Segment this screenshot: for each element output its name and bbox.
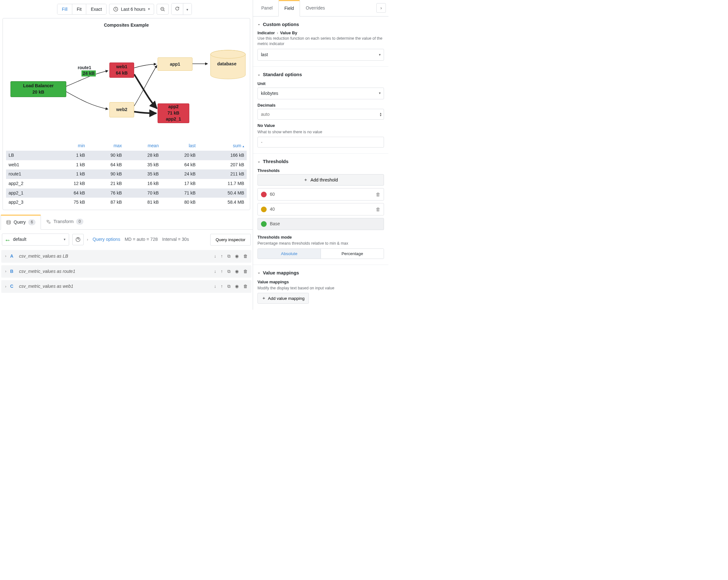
table-row[interactable]: LB1 kB90 kB28 kB20 kB166 kB [6, 151, 247, 160]
th-min[interactable]: min [51, 141, 87, 151]
delete-query-button[interactable]: 🗑 [243, 269, 248, 275]
delete-query-button[interactable]: 🗑 [243, 283, 248, 290]
threshold-color-swatch[interactable] [261, 206, 267, 212]
tab-transform[interactable]: Transform 0 [41, 215, 88, 230]
node-app2[interactable]: app2 71 kB app2_1 [158, 103, 189, 123]
table-header-row: min max mean last sum▴ [6, 141, 247, 151]
node-load-balancer[interactable]: Load Balancer 20 kB [10, 81, 66, 97]
toggle-visibility-button[interactable]: ◉ [235, 269, 239, 275]
move-up-button[interactable]: ↑ [221, 269, 223, 275]
move-up-button[interactable]: ↑ [221, 253, 223, 259]
table-cell: 12 kB [51, 179, 87, 188]
collapse-side-button[interactable]: › [376, 3, 386, 13]
threshold-color-swatch[interactable] [261, 192, 267, 197]
datasource-help-button[interactable] [72, 234, 84, 245]
duplicate-button[interactable]: ⧉ [227, 269, 231, 275]
expand-query-toggle[interactable]: › [5, 253, 6, 259]
section-toggle[interactable]: ⌄ Thresholds [257, 158, 384, 165]
node-web2[interactable]: web2 [109, 102, 134, 118]
table-cell: app2_3 [6, 198, 51, 207]
table-row[interactable]: app2_212 kB21 kB16 kB17 kB11.7 MB [6, 179, 247, 188]
table-cell: app2_1 [6, 188, 51, 198]
fit-fit[interactable]: Fit [72, 4, 86, 14]
th-sum[interactable]: sum▴ [198, 141, 247, 151]
query-options-md: MD = auto = 728 [125, 236, 158, 243]
value-by-select[interactable]: last [257, 49, 384, 61]
th-mean[interactable]: mean [124, 141, 161, 151]
node-label: web1 [116, 64, 127, 70]
toggle-visibility-button[interactable]: ◉ [235, 283, 239, 290]
table-cell: 16 kB [124, 179, 161, 188]
expand-query-toggle[interactable]: › [5, 269, 6, 274]
node-extra: app2_1 [166, 116, 181, 123]
time-range-picker[interactable]: Last 6 hours ▾ [109, 4, 154, 15]
editor-tabs: Query 6 Transform 0 [0, 215, 253, 230]
tab-field[interactable]: Field [278, 0, 300, 17]
fit-exact[interactable]: Exact [86, 4, 106, 14]
unit-select[interactable]: kilobytes [257, 87, 384, 100]
node-app1[interactable]: app1 [158, 57, 192, 71]
tab-label: Transform [54, 219, 74, 225]
refresh-interval-button[interactable]: ▾ [183, 3, 191, 15]
section-toggle[interactable]: ⌄ Standard options [257, 71, 384, 78]
add-threshold-button[interactable]: ＋ Add threshold [257, 174, 384, 185]
section-toggle[interactable]: ⌄ Value mappings [257, 269, 384, 276]
tab-panel[interactable]: Panel [256, 1, 278, 16]
move-down-button[interactable]: ↓ [214, 283, 216, 290]
table-row[interactable]: app2_375 kB87 kB81 kB80 kB58.4 MB [6, 198, 247, 207]
novalue-input[interactable] [257, 137, 384, 148]
tab-label: Query [14, 219, 26, 226]
th-name[interactable] [6, 141, 51, 151]
th-last[interactable]: last [161, 141, 198, 151]
tab-overrides[interactable]: Overrides [300, 1, 331, 16]
tab-query[interactable]: Query 6 [1, 215, 41, 230]
refresh-button[interactable] [172, 3, 183, 15]
table-row[interactable]: app2_164 kB76 kB70 kB71 kB50.4 MB [6, 188, 247, 198]
threshold-row: 60🗑 [257, 188, 384, 201]
node-label: web2 [116, 107, 127, 113]
table-cell: 20 kB [161, 151, 198, 160]
mode-absolute[interactable]: Absolute [258, 249, 321, 259]
query-inspector-button[interactable]: Query inspector [210, 234, 251, 246]
query-ref[interactable]: B [10, 269, 15, 275]
threshold-value[interactable]: 60 [270, 191, 372, 198]
duplicate-button[interactable]: ⧉ [227, 283, 231, 290]
move-down-button[interactable]: ↓ [214, 253, 216, 259]
section-value-mappings: ⌄ Value mappings Value mappings Modify t… [253, 265, 388, 310]
table-row[interactable]: route11 kB90 kB35 kB24 kB211 kB [6, 170, 247, 179]
table-row[interactable]: web11 kB64 kB35 kB64 kB207 kB [6, 160, 247, 170]
fit-fill[interactable]: Fill [57, 4, 72, 14]
expand-query-toggle[interactable]: › [5, 284, 6, 289]
table-cell: 11.7 MB [198, 179, 247, 188]
datasource-picker[interactable]: default ▾ [2, 233, 69, 246]
toggle-visibility-button[interactable]: ◉ [235, 253, 239, 259]
table-cell: 211 kB [198, 170, 247, 179]
th-max[interactable]: max [87, 141, 124, 151]
delete-threshold-button[interactable]: 🗑 [376, 206, 381, 212]
panel-preview: Composites Example [3, 18, 250, 210]
diagram-canvas[interactable]: Load Balancer 20 kB route1 24 kB web1 64… [6, 33, 247, 138]
delete-threshold-button[interactable]: 🗑 [376, 191, 381, 198]
move-down-button[interactable]: ↓ [214, 269, 216, 275]
zoom-out-button[interactable] [157, 4, 169, 15]
decimals-input[interactable] [257, 109, 384, 120]
query-name: csv_metric_values as web1 [19, 283, 210, 290]
threshold-value[interactable]: 40 [270, 206, 372, 212]
query-ref[interactable]: C [10, 283, 15, 290]
move-up-button[interactable]: ↑ [221, 283, 223, 290]
side-tabs: Panel Field Overrides › [253, 0, 388, 17]
tab-count: 0 [76, 219, 83, 225]
threshold-color-swatch[interactable] [261, 221, 267, 227]
node-web1[interactable]: web1 64 kB [109, 62, 134, 78]
add-value-mapping-button[interactable]: ＋ Add value mapping [257, 293, 309, 304]
query-options[interactable]: › Query options MD = auto = 728 Interval… [87, 236, 189, 243]
delete-query-button[interactable]: 🗑 [243, 253, 248, 259]
novalue-label: No Value [257, 123, 384, 128]
datasource-icon [5, 238, 10, 242]
query-ref[interactable]: A [10, 253, 15, 259]
section-toggle[interactable]: ⌄ Custom options [257, 21, 384, 28]
mode-percentage[interactable]: Percentage [321, 249, 384, 259]
option-breadcrumb: Indicator›Value By [257, 30, 384, 36]
duplicate-button[interactable]: ⧉ [227, 253, 231, 259]
thresholds-mode-group: Absolute Percentage [257, 248, 384, 259]
